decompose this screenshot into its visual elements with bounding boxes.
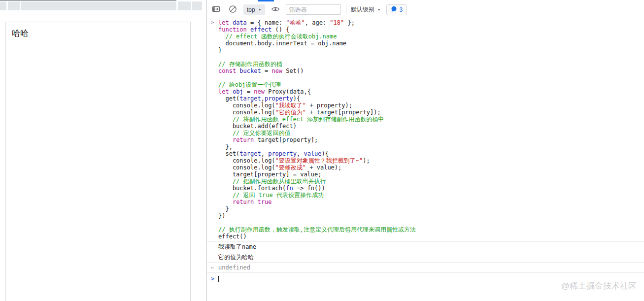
text-cursor <box>218 276 219 282</box>
input-chevron-icon: > <box>207 19 218 240</box>
active-tab-indicator <box>258 0 274 1</box>
log-levels-dropdown[interactable]: 默认级别 ▼ <box>351 5 381 14</box>
console-input-echo: > let data = { name: "哈哈", age: "18" };f… <box>207 16 644 242</box>
console-log-row: 我读取了name <box>207 242 644 252</box>
toolbar-separator <box>346 5 346 14</box>
prompt-chevron-icon: > <box>207 275 218 282</box>
console-sidebar-toggle-button[interactable] <box>211 5 221 15</box>
issues-count: 3 <box>400 6 403 13</box>
juejin-watermark: @稀土掘金技术社区 <box>561 280 637 292</box>
console-sidebar-icon <box>212 5 220 14</box>
filter-input[interactable] <box>286 4 341 15</box>
issues-counter-button[interactable]: 3 <box>386 4 407 15</box>
result-arrow-icon: ← <box>207 265 218 271</box>
console-log-message: 它的值为哈哈 <box>207 253 254 262</box>
toolbar-placeholder-block <box>178 1 191 10</box>
console-log-row: 它的值为哈哈 <box>207 252 644 263</box>
eye-icon <box>271 6 280 14</box>
console-log-message: 我读取了name <box>207 243 256 251</box>
toolbar-placeholder-block <box>192 1 202 10</box>
clear-console-button[interactable] <box>228 5 237 15</box>
toolbar-placeholder-block <box>0 1 6 10</box>
page-top-divider <box>0 0 176 1</box>
page-content-box: 哈哈 <box>5 22 191 301</box>
chevron-down-icon: ▼ <box>377 8 381 11</box>
log-levels-label: 默认级别 <box>351 5 374 14</box>
console-result-row: ← undefined <box>207 263 644 273</box>
console-toolbar: top ▼ 默认级别 ▼ <box>207 3 644 16</box>
toolbar-placeholder-block <box>21 1 176 10</box>
create-live-expression-button[interactable] <box>271 5 280 15</box>
console-result-value: undefined <box>218 264 250 271</box>
issues-bubble-icon <box>391 6 397 14</box>
toolbar-placeholder-block <box>8 1 20 10</box>
browser-page: 哈哈 <box>0 0 206 301</box>
console-code-block: let data = { name: "哈哈", age: "18" };fun… <box>218 19 644 240</box>
javascript-context-select[interactable]: top ▼ <box>243 4 265 15</box>
clear-console-icon <box>229 5 237 15</box>
devtools-console-panel: top ▼ 默认级别 ▼ <box>206 0 644 301</box>
chevron-down-icon: ▼ <box>258 8 262 11</box>
context-select-value: top <box>247 6 255 13</box>
page-body-text: 哈哈 <box>12 29 29 38</box>
console-messages-area: > let data = { name: "哈哈", age: "18" };f… <box>207 16 644 301</box>
screenshot-root: 哈哈 <box>0 0 644 301</box>
